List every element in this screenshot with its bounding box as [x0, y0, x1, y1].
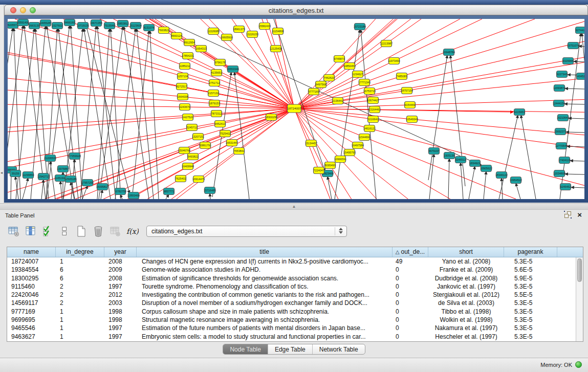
network-node[interactable]: 1834921 [470, 160, 481, 167]
column-header-short[interactable]: short [428, 247, 504, 257]
close-panel-icon[interactable]: × [577, 211, 582, 218]
network-node[interactable]: 16531447 [226, 140, 238, 146]
network-node[interactable]: 9857771 [164, 188, 175, 195]
network-node[interactable]: 11156859 [22, 172, 34, 179]
network-node[interactable]: 16948784 [443, 49, 455, 56]
network-node[interactable]: 9227343 [557, 71, 568, 78]
network-node[interactable]: 10905622 [480, 165, 492, 172]
table-row[interactable]: 1830029562008Estimation of significance … [7, 274, 576, 282]
network-node[interactable]: 1527602 [52, 23, 63, 29]
network-node[interactable]: 12093872 [553, 85, 565, 92]
network-node[interactable]: 16497584 [352, 142, 364, 149]
network-node[interactable]: 18346122 [495, 172, 508, 179]
network-node[interactable]: 18757154 [401, 87, 413, 94]
network-node[interactable]: 17771343 [358, 79, 371, 86]
network-node[interactable]: 13207151 [192, 134, 204, 140]
network-node[interactable]: 6497568 [316, 81, 326, 88]
network-node[interactable]: 11154808 [272, 28, 284, 35]
table-row[interactable]: 946554611997Estimation of the future num… [7, 324, 576, 332]
network-node[interactable]: 8131074 [144, 25, 155, 31]
network-node[interactable]: 16210643 [557, 115, 569, 121]
network-node[interactable]: 1879153 [209, 100, 220, 107]
network-node[interactable]: 20553346 [227, 66, 239, 73]
network-node[interactable]: 16095817 [96, 184, 108, 190]
column-header-pagerank[interactable]: pagerank [504, 247, 557, 257]
network-node[interactable]: 16753715 [363, 88, 376, 95]
network-node[interactable]: 8466160 [64, 19, 75, 26]
network-node[interactable]: 2243670 [180, 104, 190, 111]
table-row[interactable]: 1938455462009Genome-wide association stu… [7, 266, 576, 274]
network-node[interactable]: 14616121 [363, 125, 376, 132]
network-node[interactable]: 16671355 [90, 20, 102, 27]
network-node[interactable]: 15123604 [129, 23, 142, 29]
network-node[interactable]: 10996591 [334, 156, 346, 163]
network-node[interactable]: 12505185 [64, 176, 77, 183]
table-row[interactable]: 977716911998Corpus callosum shape and si… [7, 308, 576, 316]
network-node[interactable]: 20853812 [117, 20, 129, 27]
network-node[interactable]: 7625402 [176, 176, 186, 182]
citation-network-graph[interactable]: 8205571205914062663139106552871527602846… [8, 19, 584, 199]
network-node[interactable]: 20861791 [199, 142, 211, 149]
network-node[interactable]: 15046768 [178, 147, 190, 154]
network-node[interactable]: 7663822 [159, 27, 169, 34]
network-node[interactable]: 1654313 [196, 46, 207, 52]
network-node[interactable]: 1427520 [183, 114, 193, 121]
network-node[interactable]: 1664008 [178, 94, 188, 100]
network-node[interactable]: 12034808 [553, 170, 565, 177]
table-mode-icon[interactable] [7, 225, 20, 238]
tab-node-table[interactable]: Node Table [223, 344, 268, 354]
network-node[interactable]: 2663139 [29, 23, 40, 29]
network-node[interactable]: 12770545 [555, 143, 568, 149]
network-node[interactable]: 15716485 [204, 187, 216, 194]
table-row[interactable]: 969969511998Structural magnetic resonanc… [7, 316, 576, 324]
network-node[interactable]: 2285211 [180, 63, 190, 70]
table-row[interactable]: 1872400712008Changes of HCN gene express… [7, 257, 576, 266]
table-row[interactable]: 2242004622012Investigating the contribut… [7, 291, 576, 299]
network-node[interactable]: 8095493 [325, 162, 336, 169]
table-row[interactable]: 946362711997Embryonic stem cells: a mode… [7, 333, 576, 341]
network-node[interactable]: 9745873 [334, 56, 345, 62]
network-canvas[interactable]: 8205571205914062663139106552871527602846… [8, 19, 584, 199]
network-node[interactable]: 12125439 [270, 46, 282, 52]
network-node[interactable]: 16605910 [221, 34, 233, 41]
network-node[interactable]: 2751712 [209, 80, 220, 86]
panel-handle-icon[interactable]: ◂ [1, 170, 3, 175]
network-node[interactable]: 14850453 [343, 63, 356, 70]
network-node[interactable]: 7515546 [104, 23, 115, 29]
new-column-icon[interactable] [75, 225, 88, 238]
network-node[interactable]: 16782759 [114, 188, 126, 195]
network-node[interactable]: 15582433 [258, 23, 271, 30]
network-node[interactable]: 7873312 [211, 111, 222, 117]
network-node[interactable]: 7653841 [234, 148, 245, 155]
memory-status-indicator[interactable] [575, 361, 582, 368]
network-node[interactable]: 8912954 [184, 39, 195, 46]
network-node[interactable]: 10655287 [39, 20, 52, 27]
network-node[interactable]: 15751074 [567, 42, 579, 49]
delete-column-icon[interactable] [92, 225, 105, 238]
network-node[interactable]: 17957255 [81, 180, 94, 186]
network-node[interactable]: 10954522 [510, 177, 522, 184]
network-node[interactable]: 4135651 [211, 70, 222, 76]
network-node[interactable]: 12226083 [207, 28, 220, 35]
network-node[interactable]: 2157132 [208, 90, 219, 97]
import-table-icon[interactable] [108, 225, 122, 238]
network-node[interactable]: 1234627 [353, 71, 363, 78]
network-node[interactable]: 9245452 [560, 184, 571, 190]
network-node[interactable]: 10674427 [367, 97, 379, 104]
select-all-icon[interactable] [41, 225, 54, 238]
network-node[interactable]: 7485083 [397, 73, 407, 80]
network-node[interactable]: 15723184 [354, 24, 366, 30]
network-node[interactable]: 13164461 [368, 106, 381, 113]
network-node[interactable]: 1257134 [178, 73, 188, 80]
network-node[interactable]: 15495793 [343, 149, 356, 156]
network-hub-node[interactable]: 18724007 [287, 104, 301, 113]
network-node[interactable]: 5245712 [187, 124, 198, 131]
column-header-in-degree[interactable]: in_degree [56, 247, 104, 257]
panel-resize-divider[interactable]: ▲ [0, 203, 588, 210]
network-node[interactable]: 20591406 [17, 19, 29, 26]
network-node[interactable]: 17854231 [182, 53, 194, 59]
row-boxes-icon[interactable] [58, 225, 71, 238]
network-node[interactable]: 8660124 [171, 33, 182, 39]
network-node[interactable]: 9452413 [215, 121, 226, 127]
network-node[interactable]: 39159 [10, 170, 21, 177]
